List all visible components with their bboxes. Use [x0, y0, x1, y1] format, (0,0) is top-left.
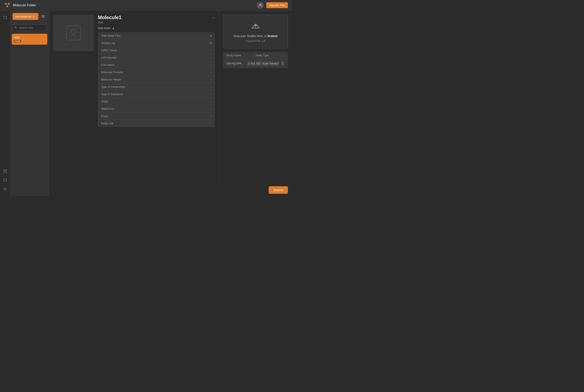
property-row: Purity - [98, 112, 215, 120]
property-label: Molecular Formula [101, 71, 123, 74]
new-molecule-button[interactable]: New Molecule + [12, 13, 38, 20]
study-row-name: EPA-HQ-OPPT-2020-0304-06_attachment_18.p… [226, 62, 245, 65]
property-row: CAS Name - [98, 61, 215, 69]
property-value: - [211, 100, 212, 103]
sidebar-folder-button[interactable] [1, 14, 9, 21]
upload-icon [250, 21, 261, 32]
svg-point-12 [4, 188, 6, 190]
property-label: Type of Substance [101, 92, 123, 96]
property-label: Purity [101, 114, 108, 118]
property-row: Molecular Weight - [98, 76, 215, 83]
see-more-row[interactable]: See more ▲ [98, 26, 215, 30]
upgrade-plan-button[interactable]: Upgrade Plan [266, 2, 288, 8]
grid-view-button[interactable] [40, 13, 46, 20]
right-panel: Drop your Studies here, or browse Suppor… [219, 10, 292, 184]
property-value: - [211, 85, 212, 88]
property-row: Type of Composition - [98, 83, 215, 90]
search-box [12, 24, 46, 31]
book-icon [3, 169, 7, 173]
settings-icon [3, 187, 7, 191]
property-value: - [211, 49, 212, 52]
icon-sidebar [0, 10, 10, 196]
trash-icon [281, 62, 284, 65]
drop-zone[interactable]: Drop your Studies here, or browse Suppor… [223, 14, 288, 48]
search-input[interactable] [12, 24, 46, 31]
property-label: CAS Name [101, 63, 114, 66]
avatar [257, 2, 264, 9]
drop-zone-subtext: Supported file: pdf [246, 40, 265, 42]
property-label: Total Study Files [101, 34, 120, 37]
chat-icon [3, 178, 7, 182]
property-label: Type of Composition [101, 85, 125, 88]
sidebar-settings-button[interactable] [1, 186, 9, 193]
properties-table: Total Study Files 1 Version Log 0 IUPAC … [98, 32, 215, 127]
footer-bar: Submit [49, 184, 292, 196]
molecule-name: Molecule1 [98, 14, 121, 20]
svg-line-4 [6, 4, 7, 6]
svg-line-18 [16, 28, 17, 29]
logo-icon [4, 2, 10, 8]
molecule-item-menu-button[interactable]: ··· [43, 37, 46, 41]
property-value: - [211, 92, 212, 96]
study-table-header: Study Name Study Type [223, 52, 288, 59]
sidebar-chat-button[interactable] [1, 176, 9, 184]
molecule-image-placeholder [65, 25, 82, 41]
property-row: Total Study Files 1 [98, 32, 215, 40]
molecule-item-name: haya [14, 36, 45, 39]
main-layout: New Molecule + [0, 10, 292, 196]
grid-icon [42, 15, 45, 18]
left-panel-header: New Molecule + [10, 10, 49, 22]
study-name-col-header: Study Name [226, 54, 256, 57]
molecule-item-badge: Draft [14, 40, 21, 43]
icon-sidebar-bottom [1, 168, 9, 196]
property-value: - [211, 63, 212, 66]
property-value: - [211, 56, 212, 59]
sidebar-book-button[interactable] [1, 168, 9, 175]
molecule-info: Molecule1 ··· Draft See more ▲ Total Stu… [98, 14, 215, 180]
header-right: Upgrade Plan [257, 2, 288, 9]
property-value: - [211, 114, 212, 118]
svg-rect-7 [4, 170, 6, 173]
svg-point-17 [15, 26, 16, 28]
svg-line-5 [7, 4, 9, 6]
page-title: Molecule Folder [13, 4, 36, 7]
study-row: EPA-HQ-OPPT-2020-0304-06_attachment_18.p… [223, 59, 288, 68]
molecule-image-box [53, 14, 94, 51]
svg-rect-16 [43, 17, 44, 18]
property-value: 0 [210, 42, 212, 44]
header-left: Molecule Folder [4, 2, 36, 8]
property-label: Version Log [101, 42, 115, 44]
property-row: Version Log 0 [98, 40, 215, 47]
property-row: State/Form - [98, 105, 215, 112]
property-value: - [211, 122, 212, 125]
study-type-dropdown[interactable]: 0, 423, 425 : Acute Toxicity Oral ▾ [246, 61, 279, 66]
study-table: Study Name Study Type EPA-HQ-OPPT-2020-0… [223, 52, 288, 68]
molecule-title-row: Molecule1 ··· [98, 14, 215, 20]
property-label: Origin [101, 100, 108, 103]
new-molecule-row: New Molecule + [12, 13, 46, 20]
property-row: Purity Unit - [98, 120, 215, 127]
property-value: - [211, 78, 212, 81]
folder-icon [3, 16, 7, 20]
molecule-status-badge: Draft [98, 21, 215, 24]
molecule-detail-area: Molecule1 ··· Draft See more ▲ Total Stu… [49, 10, 219, 184]
property-label: Molecular Weight [101, 78, 121, 81]
study-delete-button[interactable] [281, 61, 285, 66]
property-row: Origin - [98, 98, 215, 105]
molecule-menu-button[interactable]: ··· [211, 15, 215, 20]
property-label: Purity Unit [101, 122, 113, 125]
property-label: State/Form [101, 107, 114, 110]
property-label: CAS Number [101, 56, 117, 59]
left-panel: New Molecule + [10, 10, 49, 196]
svg-rect-14 [43, 15, 44, 16]
molecule-list-item[interactable]: haya Draft ··· [12, 34, 47, 45]
plus-icon: + [33, 14, 35, 18]
new-molecule-label: New Molecule [15, 15, 32, 18]
molecule-list: haya Draft ··· [10, 33, 49, 196]
submit-button[interactable]: Submit [269, 186, 288, 194]
search-icon [14, 26, 17, 30]
property-value: - [211, 107, 212, 110]
svg-rect-19 [66, 26, 81, 40]
drop-zone-text: Drop your Studies here, or browse [233, 34, 278, 38]
study-type-col-header: Study Type [256, 54, 285, 57]
